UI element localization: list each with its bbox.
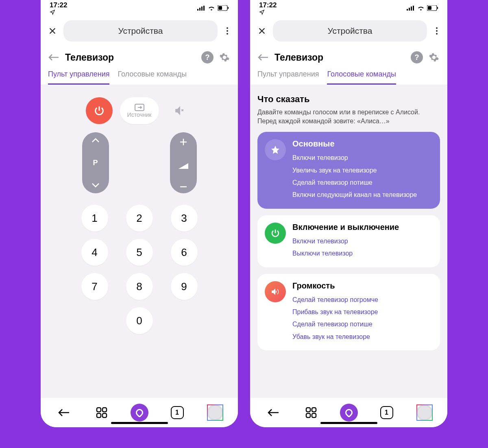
volume-icon-wrap: [179, 163, 188, 169]
key-9[interactable]: 9: [171, 273, 198, 300]
apps-icon: [305, 407, 317, 418]
nav-profile[interactable]: [206, 404, 224, 422]
top-bar: Устройства: [250, 16, 447, 47]
battery-icon: [427, 5, 438, 11]
svg-rect-20: [312, 408, 316, 412]
power-icon: [265, 223, 286, 244]
cmd: Прибавь звук на телевизоре: [292, 306, 433, 318]
voice-heading: Что сказать: [257, 92, 440, 108]
tabs: Пульт управления Голосовые команды: [250, 65, 447, 85]
status-time: 17:22: [259, 1, 277, 15]
svg-rect-8: [97, 408, 101, 412]
key-8[interactable]: 8: [126, 273, 153, 300]
svg-rect-19: [306, 408, 310, 412]
apps-icon: [96, 407, 107, 418]
tab-count: 1: [380, 406, 393, 419]
mute-icon: [174, 105, 185, 116]
settings-button[interactable]: [219, 52, 231, 63]
close-button[interactable]: [47, 26, 58, 36]
key-3[interactable]: 3: [171, 205, 198, 232]
settings-button[interactable]: [429, 52, 440, 63]
card-main[interactable]: Основные Включи телевизор Увеличь звук н…: [257, 132, 440, 209]
location-icon: [50, 9, 55, 15]
card-power[interactable]: Включение и выключение Включи телевизор …: [257, 215, 440, 267]
keypad: 1 2 3 4 5 6 7 8 9 0: [41, 199, 238, 342]
home-indicator[interactable]: [111, 422, 168, 424]
svg-rect-13: [409, 8, 410, 11]
more-button[interactable]: [223, 27, 231, 35]
tab-voice[interactable]: Голосовые команды: [327, 70, 396, 85]
nav-tabs[interactable]: 1: [378, 404, 396, 422]
arrow-left-icon: [48, 53, 59, 61]
signal-icon: [407, 6, 415, 11]
svg-rect-18: [437, 7, 438, 9]
key-4[interactable]: 4: [81, 239, 108, 266]
svg-rect-9: [102, 408, 107, 412]
wifi-icon: [208, 6, 215, 11]
back-button[interactable]: [48, 53, 59, 61]
sub-header: Телевизор ?: [250, 47, 447, 65]
svg-rect-17: [428, 6, 431, 10]
status-right: [407, 5, 438, 11]
volume-up[interactable]: [179, 138, 187, 146]
nav-back[interactable]: [55, 404, 73, 422]
chevron-down-icon: [92, 183, 100, 188]
arrow-left-icon: [267, 409, 279, 417]
close-icon: [48, 26, 57, 35]
key-6[interactable]: 6: [171, 239, 198, 266]
nav-alice[interactable]: [340, 404, 358, 422]
cmd: Сделай телевизор потише: [292, 177, 433, 189]
close-icon: [257, 26, 266, 35]
power-icon: [94, 105, 105, 116]
nav-back[interactable]: [264, 404, 282, 422]
devices-chip[interactable]: Устройства: [63, 20, 218, 42]
nav-apps[interactable]: [93, 404, 111, 422]
source-button[interactable]: Источник: [120, 97, 159, 124]
power-button[interactable]: [86, 97, 113, 124]
volume-rocker: [170, 132, 197, 193]
key-7[interactable]: 7: [81, 273, 108, 300]
nav-tabs[interactable]: 1: [168, 404, 186, 422]
channel-down[interactable]: [92, 183, 100, 188]
key-2[interactable]: 2: [126, 205, 153, 232]
svg-rect-5: [218, 6, 222, 10]
nav-alice[interactable]: [131, 404, 148, 422]
status-time: 17:22: [50, 1, 67, 15]
arrow-left-icon: [257, 53, 269, 61]
close-button[interactable]: [257, 26, 267, 36]
svg-rect-12: [407, 9, 408, 11]
devices-chip[interactable]: Устройства: [273, 20, 427, 42]
help-button[interactable]: ?: [411, 51, 423, 63]
mute-button[interactable]: [166, 97, 193, 124]
key-1[interactable]: 1: [81, 205, 108, 232]
location-icon: [259, 9, 265, 15]
svg-rect-0: [197, 9, 198, 11]
svg-rect-15: [413, 6, 414, 11]
voice-desc: Давайте команды голосом или в переписке …: [257, 108, 440, 132]
volume-down[interactable]: [179, 186, 187, 188]
cmd: Сделай телевизор потише: [292, 318, 433, 330]
channel-up[interactable]: [92, 138, 100, 143]
card-volume[interactable]: Громкость Сделай телевизор погромче Приб…: [257, 274, 440, 351]
svg-rect-21: [306, 413, 310, 417]
home-indicator[interactable]: [320, 422, 377, 424]
card-title: Основные: [292, 139, 433, 149]
arrow-left-icon: [58, 409, 70, 417]
cmd: Выключи телевизор: [292, 247, 433, 260]
tab-remote[interactable]: Пульт управления: [48, 70, 109, 85]
key-0[interactable]: 0: [126, 307, 153, 334]
plus-icon: [179, 138, 187, 146]
source-label: Источник: [127, 111, 152, 118]
nav-apps[interactable]: [302, 404, 320, 422]
nav-profile[interactable]: [416, 404, 434, 422]
svg-rect-1: [199, 8, 200, 11]
key-5[interactable]: 5: [126, 239, 153, 266]
tab-remote[interactable]: Пульт управления: [257, 70, 319, 85]
more-button[interactable]: [433, 27, 441, 35]
tab-voice[interactable]: Голосовые команды: [118, 70, 186, 85]
svg-rect-2: [201, 7, 203, 11]
help-button[interactable]: ?: [201, 51, 214, 63]
back-button[interactable]: [257, 53, 269, 61]
alice-icon: [344, 407, 354, 417]
cmd: Включи телевизор: [292, 152, 433, 164]
